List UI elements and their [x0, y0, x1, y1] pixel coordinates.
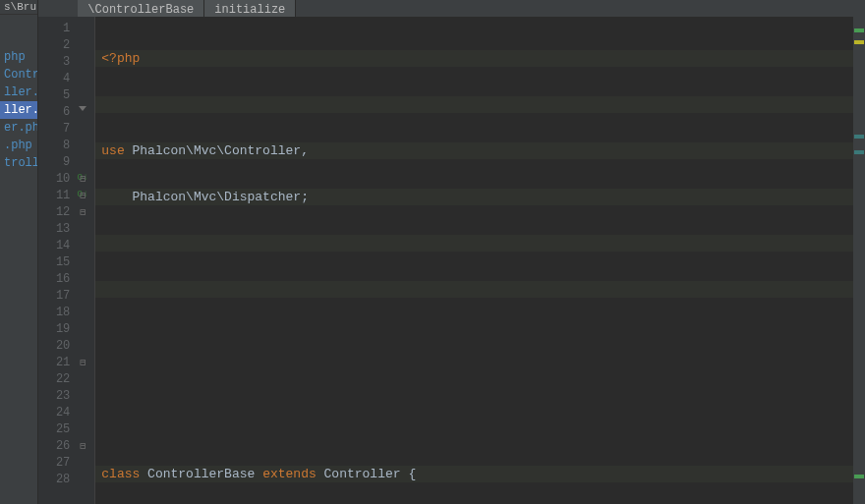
fold-gutter[interactable]: o↓ o↓ ⊟ ⊟ ⊟ ⊟ ⊟	[76, 17, 95, 504]
tree-item[interactable]: .php	[0, 137, 37, 154]
line-number: 1	[38, 21, 76, 37]
fold-toggle-icon[interactable]: ⊟	[80, 440, 86, 452]
fold-toggle-icon[interactable]: ⊟	[80, 357, 86, 368]
tree-item-selected[interactable]: ller.php	[0, 101, 37, 119]
line-number: 2	[38, 37, 76, 54]
line-number: 22	[38, 371, 76, 388]
line-number: 6	[38, 104, 76, 121]
tree-item[interactable]: ller.php	[0, 84, 37, 101]
line-number: 17	[38, 288, 76, 305]
line-number-gutter: 1234567891011121314151617181920212223242…	[38, 17, 76, 504]
marker-teal[interactable]	[854, 150, 864, 154]
line-number: 10	[38, 171, 76, 188]
code-content[interactable]: <?php use Phalcon\Mvc\Controller, Phalco…	[95, 17, 853, 504]
line-number: 18	[38, 305, 76, 321]
line-number: 21	[38, 355, 76, 371]
marker-green[interactable]	[854, 475, 864, 478]
fold-toggle-icon[interactable]: ⊟	[80, 173, 86, 185]
marker-green[interactable]	[854, 28, 864, 32]
line-number: 13	[38, 221, 76, 238]
sidebar-pathbar: s\Bruno\Dropbox\We	[0, 0, 37, 15]
line-number: 11	[38, 188, 76, 204]
line-number: 16	[38, 271, 76, 288]
line-number: 26	[38, 438, 76, 455]
file-tree: php Controller.php ller.php ller.php er.…	[0, 15, 37, 172]
line-number: 23	[38, 388, 76, 405]
editor-pane: \ControllerBase initialize 1234567891011…	[38, 0, 865, 504]
breadcrumb-class[interactable]: \ControllerBase	[78, 0, 204, 17]
tree-item[interactable]: troller.php	[0, 154, 37, 172]
line-number: 15	[38, 254, 76, 271]
tree-item[interactable]: php	[0, 48, 37, 66]
tree-item[interactable]: er.php	[0, 119, 37, 137]
line-number: 3	[38, 54, 76, 71]
line-number: 8	[38, 138, 76, 154]
php-open-tag: <?php	[101, 51, 140, 66]
project-sidebar[interactable]: s\Bruno\Dropbox\We php Controller.php ll…	[0, 0, 38, 504]
error-stripe[interactable]	[853, 17, 865, 504]
marker-teal[interactable]	[854, 135, 864, 139]
tree-item[interactable]: Controller.php	[0, 66, 37, 84]
line-number: 28	[38, 472, 76, 488]
fold-arrow-icon[interactable]	[79, 106, 86, 111]
fold-toggle-icon[interactable]: ⊟	[80, 206, 86, 218]
line-number: 20	[38, 338, 76, 355]
line-number: 4	[38, 71, 76, 87]
fold-toggle-icon[interactable]: ⊟	[80, 190, 86, 201]
line-number: 24	[38, 405, 76, 421]
line-number: 5	[38, 87, 76, 104]
marker-yellow[interactable]	[854, 40, 864, 44]
line-number: 7	[38, 121, 76, 138]
code-area[interactable]: 1234567891011121314151617181920212223242…	[38, 17, 865, 504]
line-number: 14	[38, 238, 76, 254]
line-number: 12	[38, 204, 76, 221]
line-number: 19	[38, 321, 76, 338]
line-number: 25	[38, 421, 76, 438]
line-number: 27	[38, 455, 76, 472]
breadcrumb: \ControllerBase initialize	[38, 0, 865, 17]
line-number: 9	[38, 154, 76, 171]
breadcrumb-method[interactable]: initialize	[204, 0, 296, 17]
app-root: s\Bruno\Dropbox\We php Controller.php ll…	[0, 0, 865, 504]
